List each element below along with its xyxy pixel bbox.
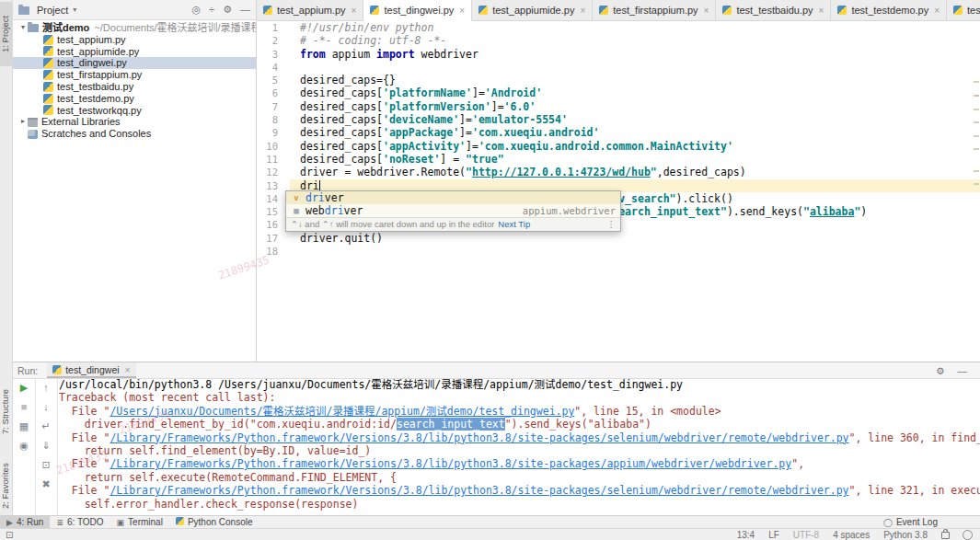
toolwindow-icon: ▶ xyxy=(6,518,13,527)
project-tree-item[interactable]: Scratches and Consoles xyxy=(13,128,256,140)
soft-wrap-icon[interactable]: ↵ xyxy=(35,417,57,436)
stop-icon[interactable]: ■ xyxy=(13,397,35,417)
tree-arrow-icon[interactable]: ▾ xyxy=(18,22,28,34)
editor-surface[interactable]: 123456789101112131415161718 #!/usr/bin/e… xyxy=(257,21,980,362)
toolwindow-button-favorites[interactable]: 2: Favorites xyxy=(0,453,12,519)
tab-close-icon[interactable]: × xyxy=(819,6,824,16)
run-tab[interactable]: test_dingwei × xyxy=(47,362,136,378)
toolwindow-button-project[interactable]: 1: Project xyxy=(0,2,12,66)
hide-run-panel-icon[interactable]: — xyxy=(958,365,968,376)
project-tree-item[interactable]: test_testworkqq.py xyxy=(13,105,256,117)
tab-close-icon[interactable]: × xyxy=(580,6,585,16)
tab-close-icon[interactable]: × xyxy=(352,6,357,16)
run-settings-icon[interactable]: ⚙ xyxy=(936,365,944,376)
toolwindow-toggle-icon[interactable]: ⊡ xyxy=(6,530,13,540)
code-line xyxy=(290,245,973,258)
pin-tab-icon[interactable]: ◉ xyxy=(13,436,35,455)
up-stack-trace-icon[interactable]: ↑ xyxy=(35,378,57,397)
run-tab-label: test_dingwei xyxy=(65,364,119,375)
py-icon xyxy=(43,94,53,104)
status-item-4-spaces[interactable]: 4 spaces xyxy=(833,530,870,540)
status-item-lf[interactable]: LF xyxy=(768,530,779,540)
run-label: Run: xyxy=(17,365,38,376)
editor-tab[interactable]: test_appiumide.py× xyxy=(472,0,593,20)
py-icon xyxy=(43,70,53,80)
tab-close-icon[interactable]: × xyxy=(459,6,465,16)
toolwindow-button-python-console[interactable]: Python Console xyxy=(169,516,259,528)
toolwindow-button----todo[interactable]: ≣6: TODO xyxy=(50,516,110,528)
event-log-button[interactable]: ◯Event Log xyxy=(883,517,980,527)
scroll-to-end-icon[interactable]: ⇓ xyxy=(35,436,57,455)
restore-layout-icon[interactable]: ▦ xyxy=(13,417,35,436)
stack-trace-link[interactable]: /Users/juanxu/Documents/霍格沃兹培训/录播课程/appi… xyxy=(110,405,574,418)
toolwindow-button----run[interactable]: ▶4: Run xyxy=(0,516,50,528)
code-segment: ]= xyxy=(491,100,504,113)
status-item-python-3-8[interactable]: Python 3.8 xyxy=(883,530,928,540)
next-tip-link[interactable]: Next Tip xyxy=(498,218,530,231)
lock-icon[interactable] xyxy=(941,532,950,539)
print-icon[interactable]: ⊡ xyxy=(35,455,57,475)
project-tree-item[interactable]: test_testbaidu.py xyxy=(13,81,256,93)
error-stripe-mark[interactable] xyxy=(974,121,979,123)
project-tree-item[interactable]: test_firstappium.py xyxy=(13,69,256,81)
highlighting-level-icon[interactable] xyxy=(963,530,973,540)
tree-arrow-icon[interactable]: ▸ xyxy=(18,116,28,128)
toolwindow-button-label: Python Console xyxy=(188,517,253,527)
project-tree-item[interactable]: test_dingwei.py xyxy=(13,57,256,69)
editor-tab[interactable]: test_testdemo.py× xyxy=(831,0,947,20)
locate-icon[interactable]: ◎ xyxy=(191,4,201,15)
text-caret xyxy=(319,180,320,191)
settings-icon[interactable]: ⚙ xyxy=(223,4,232,15)
editor-tab[interactable]: test_testbaidu.py× xyxy=(716,0,831,20)
stack-trace-link[interactable]: /Library/Frameworks/Python.framework/Ver… xyxy=(110,484,848,497)
variable-icon: v xyxy=(291,191,302,204)
editor-tab[interactable]: test_testworkqq.py× xyxy=(947,0,980,20)
console-output[interactable]: /usr/local/bin/python3.8 /Users/juanxu/D… xyxy=(59,378,980,516)
clear-all-icon[interactable]: ✖ xyxy=(35,475,57,494)
py-icon xyxy=(43,82,53,92)
project-tree-item[interactable]: test_appiumide.py xyxy=(13,46,256,58)
project-tree-item[interactable]: ▾测试demo~/Documents/霍格沃兹培训/录播课程/appiu xyxy=(13,22,256,34)
error-stripe-mark[interactable] xyxy=(974,95,979,97)
tab-label: test_testworkqq.py xyxy=(967,5,980,16)
tab-close-icon[interactable]: × xyxy=(934,6,940,16)
error-stripe-mark[interactable] xyxy=(974,109,979,110)
line-number: 3 xyxy=(257,48,290,61)
error-stripe-mark[interactable] xyxy=(974,135,979,137)
project-tree-item[interactable]: test_testdemo.py xyxy=(13,93,256,105)
lib-icon xyxy=(28,118,38,127)
project-tree-item[interactable]: test_appium.py xyxy=(13,34,256,46)
autocomplete-item[interactable]: ▦webdriverappium.webdriver xyxy=(286,204,620,217)
error-stripe-mark[interactable] xyxy=(974,183,979,185)
collapse-all-icon[interactable]: ÷ xyxy=(209,4,214,15)
toolwindow-button-terminal[interactable]: ▣Terminal xyxy=(110,516,169,528)
toolwindow-button-label: 6: TODO xyxy=(67,517,104,527)
editor-tab[interactable]: test_appium.py× xyxy=(257,0,363,20)
line-number: 11 xyxy=(257,153,290,166)
error-stripe-mark[interactable] xyxy=(974,170,979,172)
down-stack-trace-icon[interactable]: ↓ xyxy=(35,397,57,417)
editor-tab[interactable]: test_firstappium.py× xyxy=(593,0,716,20)
status-item-utf-8[interactable]: UTF-8 xyxy=(793,530,819,540)
project-tree-item[interactable]: ▸External Libraries xyxy=(13,116,256,128)
toolwindow-button-structure[interactable]: 7: Structure xyxy=(0,375,12,447)
autocomplete-item[interactable]: vdriver xyxy=(286,191,620,204)
error-stripe-mark[interactable] xyxy=(974,81,979,83)
editor-tab[interactable]: test_dingwei.py× xyxy=(363,0,472,21)
project-panel-title[interactable]: Project xyxy=(37,5,68,16)
autocomplete-label: driver xyxy=(306,191,344,204)
toolwindow-bar-bottom: ▶4: Run≣6: TODO▣TerminalPython Console◯E… xyxy=(0,515,980,528)
rerun-icon[interactable]: ▶ xyxy=(13,378,35,397)
code-segment: from xyxy=(300,48,326,61)
stack-trace-link[interactable]: /Library/Frameworks/Python.framework/Ver… xyxy=(110,431,848,444)
tab-close-icon[interactable]: × xyxy=(704,6,709,16)
more-options-icon[interactable]: ⋮ xyxy=(530,218,616,231)
error-stripe[interactable] xyxy=(973,21,980,362)
stack-trace-link[interactable]: /Library/Frameworks/Python.framework/Ver… xyxy=(110,457,791,470)
hide-panel-icon[interactable]: — xyxy=(240,4,250,15)
close-icon[interactable]: × xyxy=(125,364,131,375)
error-stripe-mark[interactable] xyxy=(974,148,979,150)
chevron-down-icon[interactable]: ▾ xyxy=(73,6,76,14)
status-item-13-4[interactable]: 13:4 xyxy=(737,530,755,540)
code-segment: 'noReset' xyxy=(383,153,440,166)
